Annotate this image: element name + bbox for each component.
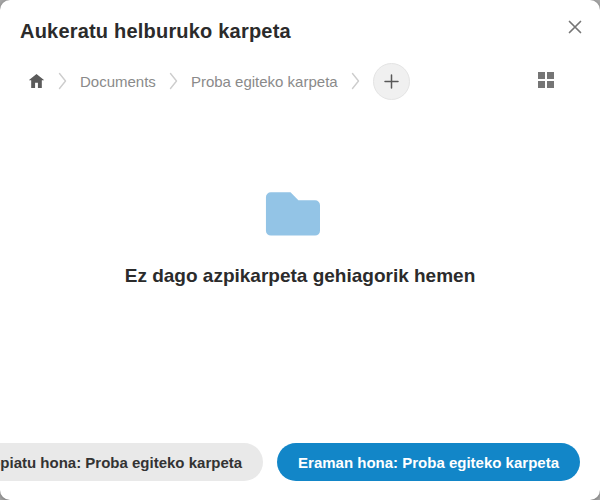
folder-icon (263, 189, 320, 237)
chevron-right-icon (169, 72, 178, 90)
breadcrumb-home-button[interactable] (28, 73, 45, 89)
add-folder-button[interactable] (373, 63, 410, 100)
move-here-button[interactable]: Eraman hona: Proba egiteko karpeta (277, 443, 580, 481)
copy-here-button[interactable]: Kopiatu hona: Proba egiteko karpeta (0, 443, 263, 481)
breadcrumb: Documents Proba egiteko karpeta (0, 62, 600, 100)
dialog-actions: Kopiatu hona: Proba egiteko karpeta Eram… (0, 443, 580, 481)
grid-icon (538, 72, 554, 88)
dialog-title: Aukeratu helburuko karpeta (20, 20, 291, 43)
breadcrumb-item-current-folder[interactable]: Proba egiteko karpeta (191, 73, 338, 90)
folder-picker-dialog: Aukeratu helburuko karpeta Documents (0, 0, 600, 500)
empty-state-message: Ez dago azpikarpeta gehiagorik hemen (125, 265, 476, 287)
chevron-right-icon (351, 72, 360, 90)
view-toggle-button[interactable] (533, 67, 559, 93)
chevron-right-icon (58, 72, 67, 90)
close-button[interactable] (560, 12, 590, 42)
close-icon (567, 19, 583, 35)
home-icon (28, 73, 45, 89)
plus-icon (384, 74, 399, 89)
empty-state: Ez dago azpikarpeta gehiagorik hemen (0, 189, 600, 287)
breadcrumb-item-documents[interactable]: Documents (80, 73, 156, 90)
